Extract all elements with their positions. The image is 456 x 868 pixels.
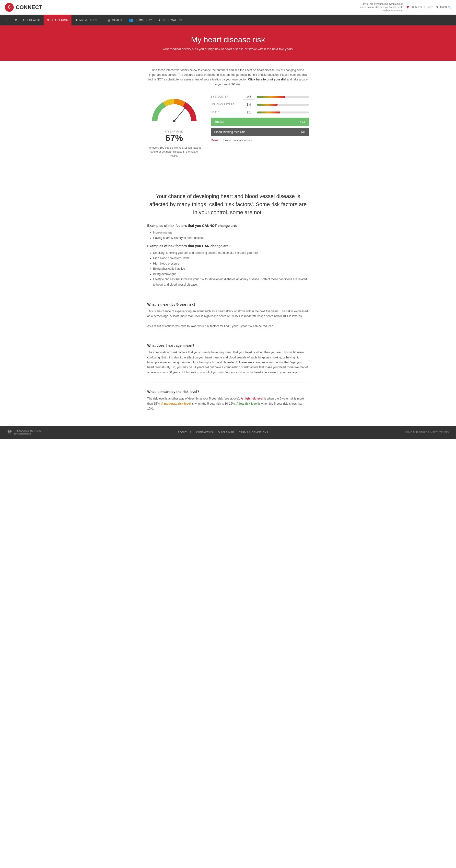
header-right: If you are experiencing symptoms of ches… bbox=[359, 2, 451, 12]
footer-link-about[interactable]: ABOUT US bbox=[178, 431, 191, 434]
hba1c-bar[interactable] bbox=[257, 112, 309, 114]
systolic-bp-label: SYSTOLIC BP bbox=[211, 95, 243, 98]
blood-thinning-toggle[interactable]: Blood thinning medicine NO bbox=[211, 128, 309, 136]
information-icon: ℹ bbox=[159, 18, 160, 22]
header-heart-icon: ♥ bbox=[406, 5, 409, 10]
goals-icon: ◎ bbox=[108, 18, 111, 22]
hero-subtitle: Your medical history puts you at high ri… bbox=[5, 47, 451, 51]
footer-logo: 🏛 THE GEORGE INSTITUTEfor Global Health bbox=[7, 430, 41, 435]
search-button[interactable]: SEARCH 🔍 bbox=[436, 6, 451, 8]
nav-item-community[interactable]: 👥 COMMUNITY bbox=[125, 15, 156, 25]
nav-item-my-medicines[interactable]: ✚ MY MEDICINES bbox=[72, 15, 104, 25]
cannot-change-list: Increasing age Having a family history o… bbox=[147, 230, 309, 241]
ldl-fill bbox=[257, 104, 278, 105]
inner-divider-1 bbox=[147, 295, 309, 295]
nav-item-heart-risk[interactable]: ♥ HEART RISK bbox=[44, 15, 71, 25]
logo-icon: C bbox=[5, 3, 14, 12]
blood-thinning-toggle-value: NO bbox=[301, 130, 306, 133]
list-item: Being physically inactive bbox=[153, 266, 309, 272]
systolic-bp-value[interactable]: 145 bbox=[243, 94, 255, 99]
footer-link-terms[interactable]: TERMS & CONDITIONS bbox=[239, 431, 268, 434]
risk-level-heading: What is meant by the risk level? bbox=[147, 390, 309, 394]
footer-logo-icon: 🏛 bbox=[7, 430, 12, 435]
footer-links: ABOUT US CONTACT US DISCLAIMER TERMS & C… bbox=[178, 431, 268, 434]
toggle-blood-thinning-row: Blood thinning medicine NO bbox=[211, 128, 309, 136]
gauge-center-dot bbox=[173, 120, 175, 122]
five-year-section: What is meant by 5-year risk? This is th… bbox=[147, 303, 309, 329]
five-year-body: This is the chance of experiencing an ev… bbox=[147, 309, 309, 329]
footer-logo-text: THE GEORGE INSTITUTEfor Global Health bbox=[14, 430, 41, 435]
big-quote: Your chance of developing heart and bloo… bbox=[147, 192, 309, 216]
header: C CONNECT If you are experiencing sympto… bbox=[0, 0, 456, 15]
logo-text: CONNECT bbox=[16, 4, 42, 10]
logo-letter: C bbox=[8, 5, 11, 10]
home-icon: ⌂ bbox=[6, 18, 8, 22]
can-change-list: Smoking: smoking yourself and breathing … bbox=[147, 250, 309, 287]
hba1c-label: HBA1C bbox=[211, 111, 243, 114]
systolic-bp-bar[interactable] bbox=[257, 96, 309, 98]
heart-age-heading: What does 'heart age' mean? bbox=[147, 344, 309, 347]
ldl-value[interactable]: 3.4 bbox=[243, 102, 255, 107]
header-icons: ♥ ⚙ MY SETTINGS SEARCH 🔍 bbox=[406, 5, 451, 10]
hero-title: My heart disease risk bbox=[5, 35, 451, 44]
footer-link-contact[interactable]: CONTACT US bbox=[196, 431, 213, 434]
cannot-change-heading: Examples of risk factors that you CANNOT… bbox=[147, 224, 309, 228]
list-item: Smoking: smoking yourself and breathing … bbox=[153, 250, 309, 256]
main-nav: ⌂ ♥ HEART HEALTH ♥ HEART RISK ✚ MY MEDIC… bbox=[0, 15, 456, 25]
slider-ldl: LDL CHOLESTEROL 3.4 bbox=[211, 102, 309, 107]
nav-item-home[interactable]: ⌂ bbox=[2, 15, 11, 25]
can-change-heading: Examples of risk factors that you CAN ch… bbox=[147, 244, 309, 248]
cannot-change-section: Examples of risk factors that you CANNOT… bbox=[147, 224, 309, 241]
footer-link-disclaimer[interactable]: DISCLAIMER bbox=[218, 431, 234, 434]
header-emergency-text: If you are experiencing symptoms of ches… bbox=[359, 2, 403, 12]
print-link[interactable]: Click here to print your dial bbox=[248, 78, 286, 81]
list-item: Being overweight bbox=[153, 272, 309, 277]
my-settings-button[interactable]: ⚙ MY SETTINGS bbox=[412, 6, 433, 8]
slider-hba1c: HBA1C 7.1 bbox=[211, 110, 309, 115]
heart-age-section: What does 'heart age' mean? The combinat… bbox=[147, 344, 309, 375]
inner-divider-2 bbox=[147, 336, 309, 336]
hba1c-fill bbox=[257, 112, 280, 114]
five-year-heading: What is meant by 5-year risk? bbox=[147, 303, 309, 306]
intro-text: Use these interactive sliders below to c… bbox=[147, 68, 309, 87]
ldl-label: LDL CHOLESTEROL bbox=[211, 103, 243, 106]
nav-item-heart-health[interactable]: ♥ HEART HEALTH bbox=[11, 15, 44, 25]
footer-copyright: ©2013 THE GEORGE INSTITUTE 2013 bbox=[405, 431, 449, 434]
ldl-bar[interactable] bbox=[257, 104, 309, 105]
reset-link[interactable]: Reset bbox=[211, 138, 219, 142]
community-icon: 👥 bbox=[129, 18, 133, 22]
gauge-description: For every 100 people like you, 15 will h… bbox=[147, 146, 201, 158]
list-item: Having a family history of heart disease bbox=[153, 236, 309, 241]
risk-tool: 5 YEAR RISK 67% For every 100 people lik… bbox=[147, 94, 309, 158]
gear-icon: ⚙ bbox=[412, 6, 415, 8]
nav-item-goals[interactable]: ◎ GOALS bbox=[104, 15, 125, 25]
hba1c-value[interactable]: 7.1 bbox=[243, 110, 255, 115]
controls-container: SYSTOLIC BP 145 LDL CHOLESTEROL 3.4 HBA1… bbox=[211, 94, 309, 142]
gauge-container: 5 YEAR RISK 67% For every 100 people lik… bbox=[147, 94, 201, 158]
list-item: Lifestyle choices that increase your ris… bbox=[153, 277, 309, 287]
smoker-toggle[interactable]: Smoker YES bbox=[211, 118, 309, 126]
medicines-icon: ✚ bbox=[75, 18, 78, 22]
info-section: Your chance of developing heart and bloo… bbox=[142, 187, 314, 426]
low-risk-label: A low risk level bbox=[236, 402, 257, 405]
learn-more-link[interactable]: Learn more about risk bbox=[224, 138, 252, 142]
action-links: Reset Learn more about risk bbox=[211, 138, 309, 142]
blood-thinning-toggle-label: Blood thinning medicine bbox=[215, 130, 246, 134]
nav-item-information[interactable]: ℹ INFORMATION bbox=[155, 15, 185, 25]
heart-risk-icon: ♥ bbox=[47, 18, 49, 22]
toggle-smoker-row: Smoker YES bbox=[211, 118, 309, 126]
high-risk-label: A high risk level bbox=[241, 397, 263, 400]
gauge-year-label: 5 YEAR RISK bbox=[147, 130, 201, 133]
heart-age-body: The combination of risk factors that you… bbox=[147, 350, 309, 375]
inner-divider-3 bbox=[147, 382, 309, 382]
risk-level-section: What is meant by the risk level? The ris… bbox=[147, 390, 309, 411]
list-item: Increasing age bbox=[153, 230, 309, 236]
logo[interactable]: C CONNECT bbox=[5, 3, 42, 12]
systolic-bp-fill bbox=[257, 96, 286, 98]
gauge-svg bbox=[150, 94, 199, 128]
main-content: Use these interactive sliders below to c… bbox=[142, 61, 314, 173]
list-item: High blood cholesterol level bbox=[153, 256, 309, 261]
smoker-toggle-label: Smoker bbox=[215, 120, 224, 123]
gauge-needle bbox=[174, 107, 186, 121]
risk-level-body: The risk level is another way of describ… bbox=[147, 396, 309, 411]
